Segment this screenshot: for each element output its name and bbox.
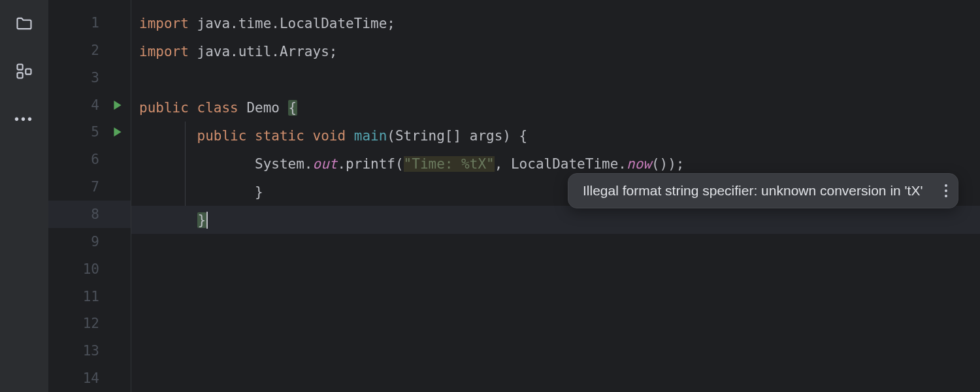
gutter: 1 2 3 4 5 6 7 8 9 10 11 12 13 14 <box>48 0 131 392</box>
line-number: 9 <box>71 234 99 250</box>
code-editor[interactable]: 1 2 3 4 5 6 7 8 9 10 11 12 13 14 import … <box>48 0 980 392</box>
code-line[interactable] <box>131 346 980 374</box>
line-number: 12 <box>71 316 99 331</box>
folder-icon[interactable] <box>15 14 33 33</box>
code-line[interactable]: import java.util.Arrays; <box>131 37 980 65</box>
code-line[interactable] <box>131 290 980 318</box>
code-line[interactable] <box>131 234 980 262</box>
line-number: 2 <box>71 42 99 58</box>
code-line[interactable]: } <box>131 206 980 234</box>
run-gutter-icon[interactable] <box>111 101 124 110</box>
line-number: 3 <box>71 70 99 86</box>
tooltip-message: Illegal format string specifier: unknown… <box>583 183 923 199</box>
svg-rect-2 <box>25 69 31 74</box>
line-number: 14 <box>71 370 99 386</box>
line-number: 1 <box>71 15 99 31</box>
line-number: 8 <box>71 206 99 222</box>
more-actions-icon[interactable] <box>945 184 947 197</box>
structure-icon[interactable] <box>15 62 33 80</box>
activity-bar: ••• <box>0 0 48 392</box>
code-line[interactable] <box>131 374 980 392</box>
code-line[interactable] <box>131 318 980 346</box>
svg-rect-0 <box>18 65 23 70</box>
line-number: 10 <box>71 261 99 277</box>
line-number: 5 <box>71 124 99 140</box>
code-line[interactable] <box>131 65 980 93</box>
code-line[interactable] <box>131 262 980 290</box>
code-area[interactable]: import java.time.LocalDateTime; import j… <box>131 0 980 392</box>
code-line[interactable]: public class Demo { <box>131 93 980 122</box>
more-icon[interactable]: ••• <box>15 110 33 128</box>
inspection-tooltip[interactable]: Illegal format string specifier: unknown… <box>568 173 958 208</box>
text-caret <box>206 212 208 229</box>
line-number: 6 <box>71 152 99 167</box>
svg-rect-1 <box>18 73 23 78</box>
line-number: 4 <box>71 97 99 113</box>
line-number: 11 <box>71 289 99 304</box>
line-number: 13 <box>71 343 99 359</box>
code-line[interactable]: public static void main(String[] args) { <box>131 122 980 150</box>
line-number: 7 <box>71 179 99 195</box>
run-gutter-icon[interactable] <box>111 127 124 137</box>
code-line[interactable]: import java.time.LocalDateTime; <box>131 9 980 37</box>
